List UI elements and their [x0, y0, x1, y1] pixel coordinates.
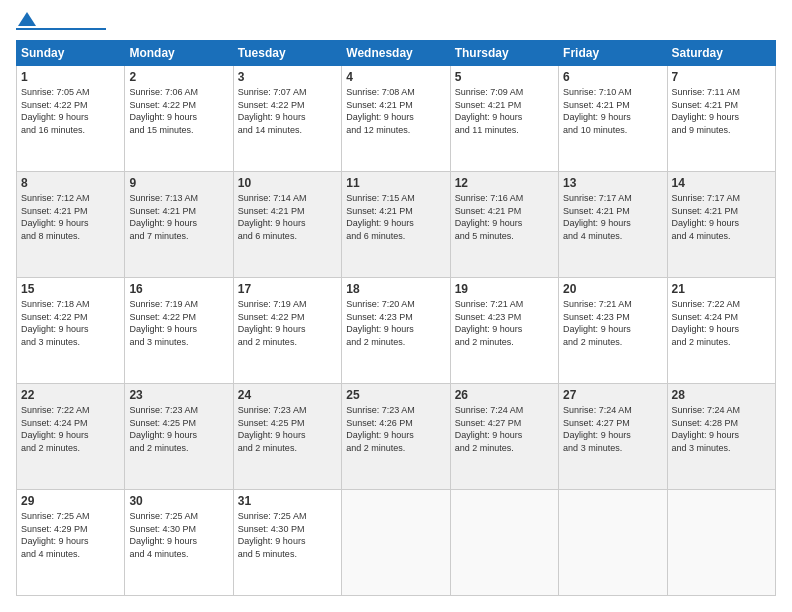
calendar-day-cell: 6Sunrise: 7:10 AM Sunset: 4:21 PM Daylig… — [559, 66, 667, 172]
day-info: Sunrise: 7:21 AM Sunset: 4:23 PM Dayligh… — [455, 298, 554, 348]
day-info: Sunrise: 7:14 AM Sunset: 4:21 PM Dayligh… — [238, 192, 337, 242]
day-number: 12 — [455, 176, 554, 190]
calendar-day-cell: 1Sunrise: 7:05 AM Sunset: 4:22 PM Daylig… — [17, 66, 125, 172]
day-number: 8 — [21, 176, 120, 190]
calendar-day-cell: 20Sunrise: 7:21 AM Sunset: 4:23 PM Dayli… — [559, 278, 667, 384]
day-info: Sunrise: 7:10 AM Sunset: 4:21 PM Dayligh… — [563, 86, 662, 136]
calendar-day-cell: 29Sunrise: 7:25 AM Sunset: 4:29 PM Dayli… — [17, 490, 125, 596]
calendar-day-cell: 26Sunrise: 7:24 AM Sunset: 4:27 PM Dayli… — [450, 384, 558, 490]
calendar-day-cell: 8Sunrise: 7:12 AM Sunset: 4:21 PM Daylig… — [17, 172, 125, 278]
day-number: 4 — [346, 70, 445, 84]
day-info: Sunrise: 7:23 AM Sunset: 4:26 PM Dayligh… — [346, 404, 445, 454]
day-number: 19 — [455, 282, 554, 296]
day-number: 30 — [129, 494, 228, 508]
day-info: Sunrise: 7:25 AM Sunset: 4:30 PM Dayligh… — [238, 510, 337, 560]
calendar-day-cell: 28Sunrise: 7:24 AM Sunset: 4:28 PM Dayli… — [667, 384, 775, 490]
calendar-week-row: 1Sunrise: 7:05 AM Sunset: 4:22 PM Daylig… — [17, 66, 776, 172]
calendar-day-cell: 9Sunrise: 7:13 AM Sunset: 4:21 PM Daylig… — [125, 172, 233, 278]
day-info: Sunrise: 7:23 AM Sunset: 4:25 PM Dayligh… — [129, 404, 228, 454]
calendar-day-cell: 3Sunrise: 7:07 AM Sunset: 4:22 PM Daylig… — [233, 66, 341, 172]
day-info: Sunrise: 7:16 AM Sunset: 4:21 PM Dayligh… — [455, 192, 554, 242]
day-number: 31 — [238, 494, 337, 508]
day-number: 7 — [672, 70, 771, 84]
day-info: Sunrise: 7:09 AM Sunset: 4:21 PM Dayligh… — [455, 86, 554, 136]
weekday-header-friday: Friday — [559, 41, 667, 66]
weekday-header-saturday: Saturday — [667, 41, 775, 66]
calendar-day-cell: 24Sunrise: 7:23 AM Sunset: 4:25 PM Dayli… — [233, 384, 341, 490]
day-info: Sunrise: 7:19 AM Sunset: 4:22 PM Dayligh… — [129, 298, 228, 348]
day-info: Sunrise: 7:17 AM Sunset: 4:21 PM Dayligh… — [672, 192, 771, 242]
weekday-header-monday: Monday — [125, 41, 233, 66]
calendar-day-cell: 23Sunrise: 7:23 AM Sunset: 4:25 PM Dayli… — [125, 384, 233, 490]
day-number: 5 — [455, 70, 554, 84]
calendar-day-cell: 31Sunrise: 7:25 AM Sunset: 4:30 PM Dayli… — [233, 490, 341, 596]
calendar-day-cell: 14Sunrise: 7:17 AM Sunset: 4:21 PM Dayli… — [667, 172, 775, 278]
day-number: 18 — [346, 282, 445, 296]
calendar-day-cell: 22Sunrise: 7:22 AM Sunset: 4:24 PM Dayli… — [17, 384, 125, 490]
calendar-day-cell: 30Sunrise: 7:25 AM Sunset: 4:30 PM Dayli… — [125, 490, 233, 596]
day-number: 14 — [672, 176, 771, 190]
weekday-header-sunday: Sunday — [17, 41, 125, 66]
logo-underline — [16, 28, 106, 30]
calendar-week-row: 29Sunrise: 7:25 AM Sunset: 4:29 PM Dayli… — [17, 490, 776, 596]
day-number: 9 — [129, 176, 228, 190]
calendar-day-cell: 16Sunrise: 7:19 AM Sunset: 4:22 PM Dayli… — [125, 278, 233, 384]
day-info: Sunrise: 7:19 AM Sunset: 4:22 PM Dayligh… — [238, 298, 337, 348]
day-info: Sunrise: 7:13 AM Sunset: 4:21 PM Dayligh… — [129, 192, 228, 242]
day-info: Sunrise: 7:17 AM Sunset: 4:21 PM Dayligh… — [563, 192, 662, 242]
day-number: 13 — [563, 176, 662, 190]
day-info: Sunrise: 7:24 AM Sunset: 4:28 PM Dayligh… — [672, 404, 771, 454]
calendar-day-cell: 7Sunrise: 7:11 AM Sunset: 4:21 PM Daylig… — [667, 66, 775, 172]
day-info: Sunrise: 7:24 AM Sunset: 4:27 PM Dayligh… — [563, 404, 662, 454]
day-info: Sunrise: 7:25 AM Sunset: 4:29 PM Dayligh… — [21, 510, 120, 560]
day-number: 29 — [21, 494, 120, 508]
day-number: 17 — [238, 282, 337, 296]
header — [16, 16, 776, 30]
calendar-week-row: 22Sunrise: 7:22 AM Sunset: 4:24 PM Dayli… — [17, 384, 776, 490]
day-info: Sunrise: 7:11 AM Sunset: 4:21 PM Dayligh… — [672, 86, 771, 136]
calendar-week-row: 15Sunrise: 7:18 AM Sunset: 4:22 PM Dayli… — [17, 278, 776, 384]
day-info: Sunrise: 7:21 AM Sunset: 4:23 PM Dayligh… — [563, 298, 662, 348]
day-info: Sunrise: 7:22 AM Sunset: 4:24 PM Dayligh… — [672, 298, 771, 348]
day-number: 22 — [21, 388, 120, 402]
day-number: 25 — [346, 388, 445, 402]
calendar-day-cell: 12Sunrise: 7:16 AM Sunset: 4:21 PM Dayli… — [450, 172, 558, 278]
day-info: Sunrise: 7:24 AM Sunset: 4:27 PM Dayligh… — [455, 404, 554, 454]
day-number: 10 — [238, 176, 337, 190]
calendar-day-cell: 5Sunrise: 7:09 AM Sunset: 4:21 PM Daylig… — [450, 66, 558, 172]
day-info: Sunrise: 7:06 AM Sunset: 4:22 PM Dayligh… — [129, 86, 228, 136]
calendar-table: SundayMondayTuesdayWednesdayThursdayFrid… — [16, 40, 776, 596]
logo — [16, 16, 106, 30]
weekday-header-thursday: Thursday — [450, 41, 558, 66]
day-info: Sunrise: 7:20 AM Sunset: 4:23 PM Dayligh… — [346, 298, 445, 348]
calendar-empty-cell — [342, 490, 450, 596]
calendar-day-cell: 19Sunrise: 7:21 AM Sunset: 4:23 PM Dayli… — [450, 278, 558, 384]
day-number: 1 — [21, 70, 120, 84]
day-number: 26 — [455, 388, 554, 402]
day-info: Sunrise: 7:22 AM Sunset: 4:24 PM Dayligh… — [21, 404, 120, 454]
calendar-day-cell: 17Sunrise: 7:19 AM Sunset: 4:22 PM Dayli… — [233, 278, 341, 384]
day-number: 20 — [563, 282, 662, 296]
calendar-day-cell: 13Sunrise: 7:17 AM Sunset: 4:21 PM Dayli… — [559, 172, 667, 278]
calendar-empty-cell — [667, 490, 775, 596]
calendar-day-cell: 18Sunrise: 7:20 AM Sunset: 4:23 PM Dayli… — [342, 278, 450, 384]
logo-triangle-icon — [18, 12, 36, 26]
day-number: 6 — [563, 70, 662, 84]
day-number: 16 — [129, 282, 228, 296]
day-info: Sunrise: 7:05 AM Sunset: 4:22 PM Dayligh… — [21, 86, 120, 136]
day-number: 27 — [563, 388, 662, 402]
calendar-day-cell: 25Sunrise: 7:23 AM Sunset: 4:26 PM Dayli… — [342, 384, 450, 490]
day-info: Sunrise: 7:25 AM Sunset: 4:30 PM Dayligh… — [129, 510, 228, 560]
day-info: Sunrise: 7:12 AM Sunset: 4:21 PM Dayligh… — [21, 192, 120, 242]
weekday-header-wednesday: Wednesday — [342, 41, 450, 66]
day-info: Sunrise: 7:23 AM Sunset: 4:25 PM Dayligh… — [238, 404, 337, 454]
svg-marker-0 — [18, 12, 36, 26]
day-info: Sunrise: 7:08 AM Sunset: 4:21 PM Dayligh… — [346, 86, 445, 136]
weekday-header-row: SundayMondayTuesdayWednesdayThursdayFrid… — [17, 41, 776, 66]
calendar-day-cell: 15Sunrise: 7:18 AM Sunset: 4:22 PM Dayli… — [17, 278, 125, 384]
calendar-empty-cell — [450, 490, 558, 596]
page: SundayMondayTuesdayWednesdayThursdayFrid… — [0, 0, 792, 612]
calendar-day-cell: 11Sunrise: 7:15 AM Sunset: 4:21 PM Dayli… — [342, 172, 450, 278]
day-number: 21 — [672, 282, 771, 296]
day-number: 15 — [21, 282, 120, 296]
